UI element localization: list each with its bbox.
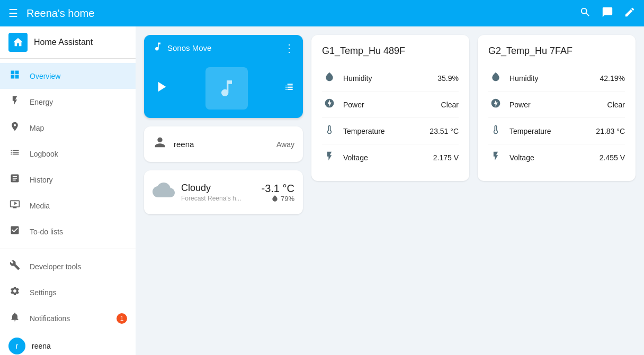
temperature-icon — [322, 124, 337, 138]
sidebar-item-label: Logbook — [30, 150, 127, 158]
weather-icon — [153, 179, 175, 206]
edit-icon[interactable] — [624, 6, 636, 21]
sidebar-item-developer[interactable]: Developer tools — [0, 253, 136, 279]
sidebar-item-label: Settings — [30, 288, 127, 297]
sensor-value: 23.51 °C — [430, 127, 459, 135]
weather-forecast: Forecast Reena's h... — [181, 195, 255, 202]
sensor-value: Clear — [607, 101, 625, 109]
sidebar-item-logbook[interactable]: Logbook — [0, 141, 136, 167]
overview-icon — [8, 69, 21, 83]
left-column: Sonos Move ⋮ — [144, 35, 303, 214]
humidity-icon — [322, 71, 337, 85]
sensor-row: Power Clear — [488, 92, 625, 118]
logbook-icon — [8, 147, 21, 160]
sensor-row: Voltage 2.455 V — [488, 144, 625, 170]
sidebar-item-history[interactable]: History — [0, 167, 136, 193]
app-name: Home Assistant — [34, 38, 93, 47]
person-name: reena — [174, 140, 270, 149]
sidebar-item-label: To-do lists — [30, 227, 127, 236]
sonos-play-button[interactable] — [153, 78, 169, 99]
sensor-label: Power — [343, 101, 435, 109]
sensor-row: Temperature 23.51 °C — [322, 118, 459, 144]
sensor-row: Humidity 35.9% — [322, 65, 459, 92]
right-columns: G1_Temp_Hu 489F Humidity 35.9% Power — [311, 35, 636, 181]
todo-icon — [8, 225, 21, 238]
sidebar-nav: Overview Energy Map Logbook — [0, 59, 136, 249]
weather-card: Cloudy Forecast Reena's h... -3.1 °C 79% — [144, 170, 303, 214]
power-icon — [322, 98, 337, 111]
sensor-card-1: G1_Temp_Hu 489F Humidity 35.9% Power — [311, 35, 469, 181]
sensor-label: Humidity — [509, 74, 594, 83]
chat-icon[interactable] — [602, 6, 613, 21]
sidebar-item-map[interactable]: Map — [0, 115, 136, 141]
sensor-card-2: G2_Temp_Hu 7FAF Humidity 42.19% Power — [478, 35, 636, 181]
notifications-badge: 1 — [117, 313, 127, 324]
search-icon[interactable] — [579, 6, 591, 21]
page-title: Reena's home — [26, 7, 579, 20]
sonos-queue-icon[interactable] — [284, 82, 294, 95]
weather-info: Cloudy Forecast Reena's h... — [181, 183, 255, 202]
sidebar-item-energy[interactable]: Energy — [0, 89, 136, 115]
humidity-value: 79% — [281, 195, 294, 203]
sensor-label: Power — [509, 101, 601, 109]
main-layout: Home Assistant Overview Energy Map — [0, 26, 644, 355]
sonos-header: Sonos Move ⋮ — [144, 35, 303, 61]
sidebar-item-label: Media — [30, 202, 127, 210]
sensor-value: Clear — [441, 101, 459, 109]
app-logo — [8, 33, 28, 52]
user-name: reena — [32, 342, 51, 350]
sidebar-item-settings[interactable]: Settings — [0, 279, 136, 305]
voltage-icon — [322, 151, 337, 164]
sensor-label: Humidity — [343, 74, 431, 83]
sensor-label: Temperature — [509, 127, 589, 135]
energy-icon — [8, 95, 21, 108]
sidebar-item-overview[interactable]: Overview — [0, 63, 136, 89]
weather-condition: Cloudy — [181, 183, 255, 194]
top-header: ☰ Reena's home — [0, 0, 644, 26]
sensor-2-title: G2_Temp_Hu 7FAF — [488, 45, 625, 57]
sidebar-item-label: Notifications — [30, 314, 108, 323]
weather-right: -3.1 °C 79% — [262, 183, 294, 203]
sidebar-bottom: Developer tools Settings Notifications 1… — [0, 249, 136, 355]
sensor-label: Temperature — [343, 127, 423, 135]
humidity-icon — [488, 71, 503, 85]
person-icon — [153, 135, 167, 153]
sensor-value: 2.455 V — [600, 153, 625, 162]
sidebar-item-label: History — [30, 176, 127, 184]
sonos-more-icon[interactable]: ⋮ — [284, 42, 294, 54]
header-actions — [579, 6, 636, 21]
sidebar-item-label: Energy — [30, 98, 127, 106]
developer-icon — [8, 260, 21, 273]
sidebar-item-todo[interactable]: To-do lists — [0, 219, 136, 244]
content-area: Sonos Move ⋮ — [136, 26, 644, 355]
sensor-value: 35.9% — [437, 74, 459, 83]
weather-temp: -3.1 °C — [262, 183, 294, 195]
sensor-row: Temperature 21.83 °C — [488, 118, 625, 144]
sensor-value: 42.19% — [600, 74, 625, 83]
settings-icon — [8, 286, 21, 299]
notifications-icon — [8, 312, 21, 325]
sonos-device-icon — [153, 41, 163, 54]
menu-icon[interactable]: ☰ — [8, 7, 18, 20]
sidebar-item-label: Developer tools — [30, 262, 127, 271]
person-card: reena Away — [144, 126, 303, 162]
sidebar-user[interactable]: r reena — [0, 331, 136, 355]
map-icon — [8, 121, 21, 134]
power-icon — [488, 98, 503, 111]
sidebar-item-media[interactable]: Media — [0, 193, 136, 219]
artwork-placeholder — [205, 67, 248, 110]
sensor-1-title: G1_Temp_Hu 489F — [322, 45, 459, 57]
sonos-body — [144, 61, 303, 118]
user-avatar: r — [8, 338, 25, 354]
temperature-icon — [488, 124, 503, 138]
sidebar-item-label: Map — [30, 124, 127, 132]
history-icon — [8, 173, 21, 186]
sensor-label: Voltage — [509, 153, 593, 162]
cards-row: Sonos Move ⋮ — [144, 35, 636, 214]
sidebar-header: Home Assistant — [0, 26, 136, 59]
person-status: Away — [276, 140, 294, 149]
sensor-label: Voltage — [343, 153, 427, 162]
voltage-icon — [488, 151, 503, 164]
sensor-row: Power Clear — [322, 92, 459, 118]
sidebar-item-notifications[interactable]: Notifications 1 — [0, 305, 136, 331]
